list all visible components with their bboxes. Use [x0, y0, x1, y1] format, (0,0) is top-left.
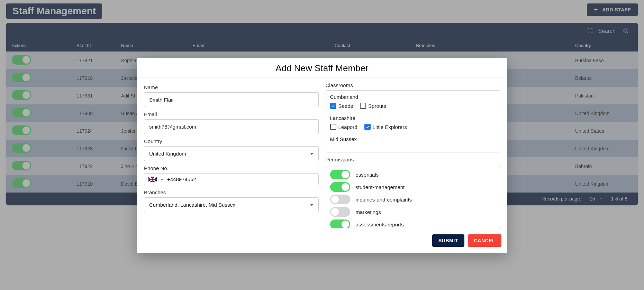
- modal-overlay[interactable]: Add New Staff Member Name Email Country …: [0, 0, 644, 290]
- country-label: Country: [144, 138, 319, 144]
- permission-toggle[interactable]: [330, 195, 350, 204]
- permission-row: student-management: [330, 182, 496, 192]
- classroom-branch-group: Mid Sussex: [330, 136, 496, 142]
- permission-label: inquiries-and-complaints: [356, 197, 412, 203]
- branches-select[interactable]: Cumberland, Lancashire, Mid Sussex: [144, 197, 319, 212]
- modal-title: Add New Staff Member: [137, 58, 507, 77]
- classroom-checkbox[interactable]: Seeds: [330, 103, 353, 109]
- branches-label: Branches: [144, 189, 319, 195]
- classroom-checkbox[interactable]: Sprouts: [360, 103, 386, 109]
- chevron-down-icon[interactable]: ▾: [161, 177, 163, 182]
- classroom-checkbox[interactable]: Leapord: [330, 124, 357, 130]
- checkbox-icon: [330, 124, 336, 130]
- classroom-branch-name: Cumberland: [330, 94, 496, 100]
- permission-row: assessments-reports: [330, 219, 496, 228]
- chevron-down-icon: [310, 153, 314, 155]
- permission-label: assessments-reports: [356, 222, 404, 227]
- permissions-label: Permissions: [326, 157, 500, 162]
- phone-input[interactable]: [167, 176, 314, 182]
- classroom-branch-group: CumberlandSeedsSprouts: [330, 94, 496, 109]
- name-label: Name: [144, 84, 319, 90]
- permission-toggle[interactable]: [330, 170, 350, 179]
- checkbox-icon: [330, 103, 336, 109]
- phone-field[interactable]: ▾: [144, 173, 319, 185]
- classroom-name: Sprouts: [368, 103, 386, 109]
- branches-value: Cumberland, Lancashire, Mid Sussex: [149, 202, 235, 208]
- permission-row: essentials: [330, 170, 496, 179]
- classrooms-label: Classrooms: [326, 82, 500, 88]
- classroom-name: Seeds: [338, 103, 353, 109]
- permission-label: student-management: [356, 184, 405, 190]
- country-select[interactable]: United Kingdom: [144, 146, 319, 161]
- email-input[interactable]: [144, 119, 319, 134]
- chevron-down-icon: [310, 204, 314, 206]
- classrooms-panel[interactable]: CumberlandSeedsSproutsLancashireLeapordL…: [326, 90, 500, 152]
- classroom-branch-name: Mid Sussex: [330, 136, 496, 142]
- classroom-name: Little Explorers: [373, 124, 407, 130]
- permission-row: inquiries-and-complaints: [330, 195, 496, 204]
- checkbox-icon: [364, 124, 371, 130]
- permission-label: marketings: [356, 209, 381, 215]
- permission-label: essentials: [356, 172, 379, 178]
- submit-button[interactable]: SUBMIT: [432, 234, 464, 247]
- classroom-name: Leapord: [338, 124, 357, 130]
- name-input[interactable]: [144, 92, 319, 107]
- classroom-branch-group: LancashireLeapordLittle Explorers: [330, 115, 496, 130]
- classroom-checkbox[interactable]: Little Explorers: [364, 124, 407, 130]
- permission-toggle[interactable]: [330, 182, 350, 192]
- cancel-button[interactable]: CANCEL: [468, 234, 501, 247]
- classroom-branch-name: Lancashire: [330, 115, 496, 121]
- permission-toggle[interactable]: [330, 219, 350, 228]
- country-value: United Kingdom: [149, 151, 186, 157]
- add-staff-modal: Add New Staff Member Name Email Country …: [137, 58, 507, 253]
- permission-toggle[interactable]: [330, 207, 350, 217]
- uk-flag-icon: [148, 177, 157, 182]
- email-label: Email: [144, 111, 319, 117]
- permissions-panel[interactable]: essentials student-management inquiries-…: [326, 166, 500, 228]
- permission-row: marketings: [330, 207, 496, 217]
- phone-label: Phone No.: [144, 165, 319, 171]
- checkbox-icon: [360, 103, 366, 109]
